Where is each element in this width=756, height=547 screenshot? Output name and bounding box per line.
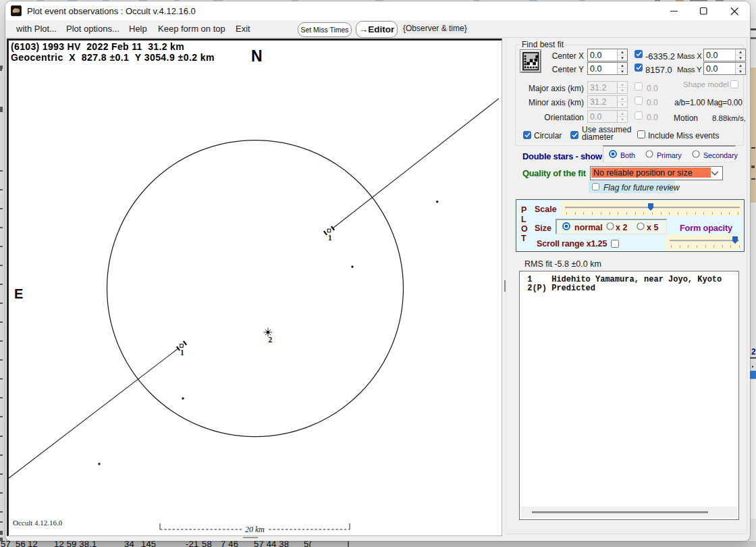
orientation-value: 0.0 <box>590 112 601 122</box>
slider-tick <box>583 212 584 215</box>
center-y-spinner[interactable]: ▲▼ <box>617 63 627 74</box>
minor-axis-input[interactable]: 31.2 ▲▼ <box>587 95 628 108</box>
spinner-down-icon[interactable]: ▼ <box>618 116 627 122</box>
spinner-up-icon[interactable]: ▲ <box>618 96 627 101</box>
site-dot <box>98 463 100 465</box>
mass-x-input[interactable]: 0.0 ▲▼ <box>703 49 746 61</box>
mass-x-spinner[interactable]: ▲▼ <box>735 49 745 61</box>
plot-controls-panel: P L O T Scale Size normal x 2 x 5 Form o… <box>516 199 745 252</box>
use-assumed-checkbox[interactable] <box>570 131 578 139</box>
double-stars-both-radio[interactable] <box>609 150 617 158</box>
plot-area[interactable]: 11220 km (6103) 1993 HV 2022 Feb 11 31.2… <box>7 38 502 536</box>
decorative-fragment <box>0 397 3 398</box>
background-table-cell: 12 <box>28 541 38 547</box>
double-stars-secondary-label[interactable]: Secondary <box>703 151 738 159</box>
double-stars-secondary-radio[interactable] <box>692 150 700 158</box>
size-x5-label[interactable]: x 5 <box>647 223 658 232</box>
background-table-cell: 5( <box>304 541 312 547</box>
form-opacity-slider-thumb[interactable] <box>732 236 738 244</box>
scale-slider[interactable] <box>561 201 742 216</box>
menu-keep-form-on-top[interactable]: Keep form on top <box>158 20 225 36</box>
chord-event-marker <box>180 344 184 348</box>
size-normal-label[interactable]: normal <box>574 223 603 232</box>
slider-tick <box>695 212 696 215</box>
center-x-input[interactable]: 0.0 ▲▼ <box>587 49 628 61</box>
orientation-input[interactable]: 0.0 ▲▼ <box>587 110 628 123</box>
slider-tick <box>626 212 627 215</box>
east-label: E <box>14 286 23 302</box>
spinner-up-icon[interactable]: ▲ <box>618 49 627 55</box>
slider-tick <box>643 212 644 215</box>
observer-list-hscrollbar[interactable] <box>520 506 737 518</box>
double-stars-primary-label[interactable]: Primary <box>657 151 682 159</box>
slider-tick <box>729 212 730 215</box>
size-label: Size <box>535 224 551 233</box>
flag-review-label: Flag for future review <box>603 183 680 192</box>
spinner-down-icon[interactable]: ▼ <box>618 55 627 61</box>
decorative-fragment <box>751 165 755 168</box>
decorative-fragment <box>0 521 3 523</box>
size-normal-radio[interactable] <box>562 222 570 230</box>
spinner-up-icon[interactable]: ▲ <box>736 49 745 55</box>
observer-listbox[interactable]: 1 Hidehito Yamamura, near Joyo, Kyoto 2(… <box>519 271 739 520</box>
observer-line-2[interactable]: 2(P) Predicted <box>522 284 595 293</box>
center-y-input[interactable]: 0.0 ▲▼ <box>587 62 628 75</box>
center-x-spinner[interactable]: ▲▼ <box>617 49 627 61</box>
double-stars-primary-radio[interactable] <box>645 150 653 158</box>
slider-tick <box>601 212 601 215</box>
form-opacity-slider-track <box>670 240 739 242</box>
decorative-fragment <box>637 66 641 69</box>
set-miss-times-button[interactable]: Set Miss Times <box>298 22 352 37</box>
slider-tick <box>738 212 738 215</box>
spinner-up-icon[interactable]: ▲ <box>618 63 627 68</box>
decorative-fragment <box>749 371 756 379</box>
editor-button[interactable]: →Editor <box>356 21 398 38</box>
scale-slider-thumb[interactable] <box>648 203 653 211</box>
circular-checkbox[interactable] <box>523 131 531 139</box>
spinner-up-icon[interactable]: ▲ <box>618 111 627 116</box>
spinner-down-icon[interactable]: ▼ <box>618 101 627 107</box>
minimize-button[interactable] <box>659 1 688 20</box>
minor-axis-spinner: ▲▼ <box>617 96 627 107</box>
size-x5-radio[interactable] <box>637 222 645 230</box>
menu-plot-options[interactable]: Plot options... <box>66 20 119 36</box>
scroll-range-checkbox[interactable] <box>611 240 619 248</box>
menu-help[interactable]: Help <box>129 20 147 36</box>
observer-line-1[interactable]: 1 Hidehito Yamamura, near Joyo, Kyoto <box>522 275 722 284</box>
spinner-down-icon[interactable]: ▼ <box>736 55 745 61</box>
spinner-down-icon[interactable]: ▼ <box>618 68 627 74</box>
center-x-fit-checkbox[interactable] <box>634 50 643 58</box>
decorative-fragment <box>751 28 756 30</box>
maximize-button[interactable] <box>688 1 718 20</box>
menu-exit[interactable]: Exit <box>236 20 250 36</box>
plot-version-label: Occult 4.12.16.0 <box>13 519 62 527</box>
background-table-cell: 56 <box>16 541 26 547</box>
include-miss-checkbox[interactable] <box>637 130 645 138</box>
size-x2-radio[interactable] <box>606 222 614 230</box>
plot-hscroll-thumb[interactable] <box>243 537 258 538</box>
mass-y-input[interactable]: 0.0 ▲▼ <box>703 62 746 75</box>
size-x2-label[interactable]: x 2 <box>616 223 627 232</box>
form-opacity-slider[interactable] <box>666 235 741 250</box>
observer-list-hscroll-thumb[interactable] <box>532 511 708 513</box>
decorative-fragment <box>0 303 3 304</box>
decorative-fragment <box>607 223 614 230</box>
spinner-down-icon[interactable]: ▼ <box>736 68 745 74</box>
slider-tick <box>686 212 687 215</box>
spinner-up-icon[interactable]: ▲ <box>736 63 745 68</box>
decorative-fragment <box>636 51 642 57</box>
spinner-down-icon[interactable]: ▼ <box>618 87 627 93</box>
orientation-spinner: ▲▼ <box>617 111 627 122</box>
spinner-up-icon[interactable]: ▲ <box>618 82 627 87</box>
close-button[interactable] <box>720 1 749 20</box>
slider-tick <box>722 245 723 248</box>
major-axis-input[interactable]: 31.2 ▲▼ <box>587 81 628 94</box>
flag-review-checkbox[interactable] <box>592 183 599 190</box>
quality-dropdown[interactable]: No reliable position or size <box>590 166 723 180</box>
center-y-fit-checkbox[interactable] <box>634 63 643 72</box>
mass-y-spinner[interactable]: ▲▼ <box>735 63 745 74</box>
double-stars-both-label[interactable]: Both <box>620 151 635 159</box>
menu-with-plot[interactable]: with Plot... <box>16 20 57 36</box>
quality-value: No reliable position or size <box>591 167 711 178</box>
minimize-icon <box>659 1 688 20</box>
